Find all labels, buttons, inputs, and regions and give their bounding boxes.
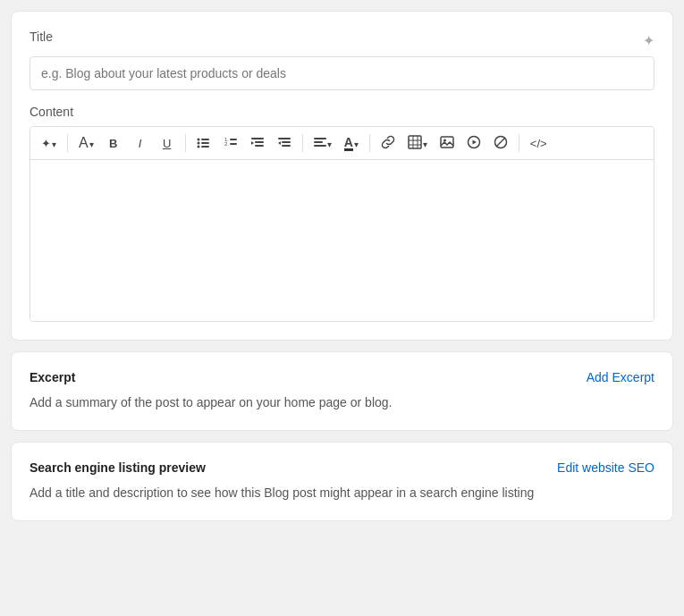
excerpt-title: Excerpt [30, 370, 75, 384]
code-icon: </> [530, 137, 547, 150]
font-chevron-icon [89, 137, 94, 150]
svg-rect-17 [314, 141, 323, 143]
image-button[interactable] [435, 131, 460, 156]
seo-card: Search engine listing preview Edit websi… [11, 442, 673, 521]
svg-text:2.: 2. [224, 141, 229, 147]
ai-chevron-icon [51, 137, 56, 150]
svg-rect-3 [201, 142, 209, 144]
video-button[interactable] [461, 131, 486, 156]
indent-increase-button[interactable] [272, 131, 297, 156]
separator-2 [185, 134, 186, 152]
image-icon [440, 135, 454, 152]
svg-rect-14 [282, 141, 291, 143]
indent-decrease-button[interactable] [245, 131, 270, 156]
edit-seo-button[interactable]: Edit website SEO [557, 460, 654, 475]
italic-button[interactable]: I [128, 131, 153, 156]
add-excerpt-button[interactable]: Add Excerpt [587, 370, 654, 384]
underline-icon: U [163, 137, 171, 150]
text-color-button[interactable]: A [339, 131, 364, 156]
svg-point-25 [443, 139, 446, 141]
table-button[interactable] [402, 131, 433, 156]
excerpt-card: Excerpt Add Excerpt Add a summary of the… [11, 351, 673, 431]
video-icon [467, 135, 481, 152]
align-button[interactable] [308, 131, 337, 156]
align-chevron-icon [326, 137, 332, 150]
separator-4 [369, 134, 370, 152]
align-icon [314, 136, 326, 151]
block-icon [494, 135, 508, 152]
separator-5 [519, 134, 519, 152]
text-color-icon: A [344, 136, 353, 151]
link-button[interactable] [376, 131, 401, 156]
ai-sparkle-icon: ✦ [41, 137, 51, 150]
code-button[interactable]: </> [525, 131, 553, 156]
ordered-list-button[interactable]: 1. 2. [218, 131, 243, 156]
bold-icon: B [109, 137, 117, 150]
svg-rect-1 [201, 139, 209, 140]
separator-3 [302, 134, 303, 152]
title-row: Title ✦ [30, 30, 654, 51]
svg-point-0 [197, 138, 199, 140]
svg-rect-11 [255, 141, 264, 143]
bullet-list-button[interactable] [191, 131, 216, 156]
ai-button[interactable]: ✦ [36, 131, 62, 156]
excerpt-header: Excerpt Add Excerpt [30, 370, 654, 384]
font-size-button[interactable]: A [73, 131, 99, 156]
title-label: Title [30, 30, 53, 44]
svg-rect-15 [282, 145, 291, 147]
italic-icon: I [139, 137, 142, 150]
editor-toolbar: ✦ A B I U [30, 127, 654, 160]
svg-rect-10 [251, 138, 264, 139]
indent-decrease-icon [250, 135, 265, 152]
content-label: Content [30, 105, 654, 119]
svg-rect-13 [278, 138, 291, 139]
svg-point-2 [197, 141, 199, 144]
seo-title: Search engine listing preview [30, 460, 206, 475]
main-editor-card: Title ✦ Content ✦ A B I [11, 11, 673, 341]
block-button[interactable] [488, 131, 513, 156]
underline-button[interactable]: U [155, 131, 180, 156]
bold-button[interactable]: B [101, 131, 126, 156]
bullet-list-icon [197, 135, 211, 152]
svg-rect-19 [409, 136, 421, 148]
link-icon [381, 135, 395, 152]
separator-1 [67, 134, 68, 152]
title-input[interactable] [30, 56, 654, 90]
excerpt-description: Add a summary of the post to appear on y… [30, 393, 654, 412]
svg-rect-24 [441, 137, 453, 148]
svg-rect-9 [230, 143, 237, 145]
svg-rect-18 [314, 145, 326, 147]
seo-header: Search engine listing preview Edit websi… [30, 460, 654, 475]
text-color-chevron-icon [353, 137, 359, 150]
sparkle-icon: ✦ [643, 32, 654, 49]
table-icon [408, 135, 422, 152]
table-chevron-icon [422, 137, 427, 150]
svg-line-28 [496, 138, 505, 147]
ordered-list-icon: 1. 2. [224, 135, 238, 152]
font-size-icon: A [79, 135, 89, 151]
seo-description: Add a title and description to see how t… [30, 484, 654, 502]
indent-increase-icon [277, 135, 291, 152]
svg-rect-16 [314, 138, 326, 139]
svg-rect-7 [230, 139, 237, 140]
svg-point-4 [197, 145, 199, 148]
editor-body[interactable] [30, 160, 654, 321]
svg-rect-12 [255, 145, 264, 147]
editor-container: ✦ A B I U [30, 126, 654, 322]
svg-rect-5 [201, 146, 209, 148]
